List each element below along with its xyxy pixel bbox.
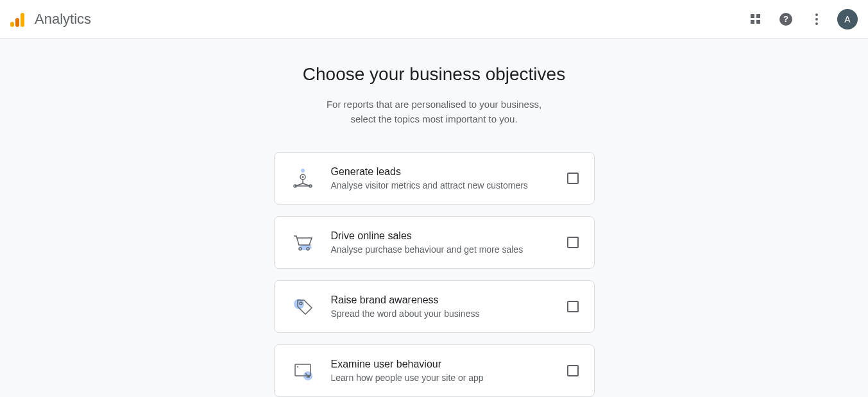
leads-icon [290,165,316,191]
svg-point-0 [301,169,305,173]
objective-desc: Learn how people use your site or app [331,373,552,383]
objectives-list: Generate leadsAnalyse visitor metrics an… [274,152,595,397]
apps-button[interactable] [742,6,768,32]
objective-body: Generate leadsAnalyse visitor metrics an… [331,166,552,190]
product-name: Analytics [35,11,91,28]
objective-checkbox[interactable] [567,237,579,248]
objective-card[interactable]: Raise brand awarenessSpread the word abo… [274,280,595,333]
objective-checkbox[interactable] [567,301,579,312]
apps-grid-icon [751,14,760,24]
header-actions: ? A [742,6,858,32]
objective-title: Examine user behaviour [331,359,552,370]
objective-checkbox[interactable] [567,173,579,184]
objective-body: Drive online salesAnalyse purchase behav… [331,230,552,255]
more-button[interactable] [804,6,830,32]
main-content: Choose your business objectives For repo… [0,38,868,397]
page-subtitle: For reports that are personalised to you… [274,97,595,126]
objective-body: Examine user behaviourLearn how people u… [331,359,552,383]
svg-point-16 [297,366,298,367]
analytics-logo-icon [10,12,24,27]
objective-body: Raise brand awarenessSpread the word abo… [331,294,552,319]
objective-desc: Spread the word about your business [331,308,552,319]
avatar[interactable]: A [837,9,858,30]
objective-desc: Analyse visitor metrics and attract new … [331,180,552,190]
page-title: Choose your business objectives [274,64,595,85]
objective-card[interactable]: Examine user behaviourLearn how people u… [274,344,595,397]
objective-card[interactable]: Generate leadsAnalyse visitor metrics an… [274,152,595,205]
cart-icon [290,230,316,255]
logo-area: Analytics [10,11,91,28]
help-icon: ? [779,13,792,26]
app-header: Analytics ? A [0,0,868,38]
objective-card[interactable]: Drive online salesAnalyse purchase behav… [274,216,595,269]
tag-icon [290,294,316,319]
objective-checkbox[interactable] [567,365,579,376]
objective-title: Drive online sales [331,230,552,242]
objective-title: Raise brand awareness [331,294,552,306]
svg-point-2 [302,176,303,178]
help-button[interactable]: ? [773,6,799,32]
more-vert-icon [815,13,818,25]
objective-title: Generate leads [331,166,552,178]
objective-desc: Analyse purchase behaviour and get more … [331,244,552,255]
device-icon [290,358,316,384]
